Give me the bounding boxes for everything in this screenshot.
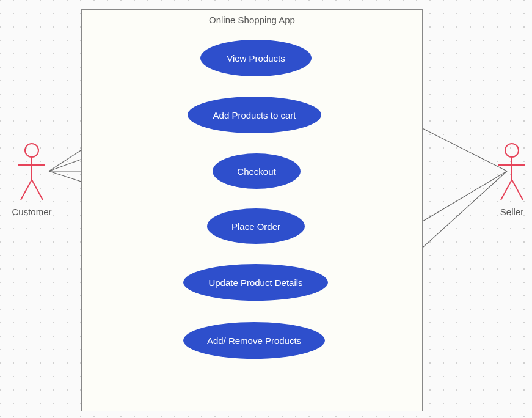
actor-customer-label: Customer	[7, 207, 56, 217]
usecase-label: Add/ Remove Products	[207, 336, 301, 346]
svg-line-9	[512, 180, 523, 200]
usecase-place-order[interactable]: Place Order	[207, 208, 305, 244]
svg-line-3	[21, 180, 32, 200]
usecase-checkout[interactable]: Checkout	[213, 153, 301, 189]
svg-point-0	[25, 144, 38, 157]
svg-point-5	[505, 144, 519, 157]
usecase-add-to-cart[interactable]: Add Products to cart	[188, 97, 321, 133]
stick-figure-icon	[13, 142, 50, 203]
usecase-view-products[interactable]: View Products	[200, 40, 312, 76]
usecase-add-remove[interactable]: Add/ Remove Products	[183, 322, 325, 359]
svg-line-4	[32, 180, 43, 200]
actor-seller[interactable]	[494, 142, 530, 215]
system-title: Online Shopping App	[82, 15, 422, 25]
actor-seller-label: Seller	[487, 207, 532, 217]
usecase-label: Update Product Details	[208, 277, 302, 288]
usecase-update-details[interactable]: Update Product Details	[183, 264, 328, 301]
usecase-label: Place Order	[231, 221, 280, 232]
usecase-label: View Products	[227, 53, 285, 64]
stick-figure-icon	[494, 142, 530, 203]
actor-customer[interactable]	[13, 142, 50, 215]
usecase-label: Checkout	[237, 166, 275, 177]
svg-line-8	[501, 180, 512, 200]
usecase-label: Add Products to cart	[213, 110, 296, 120]
